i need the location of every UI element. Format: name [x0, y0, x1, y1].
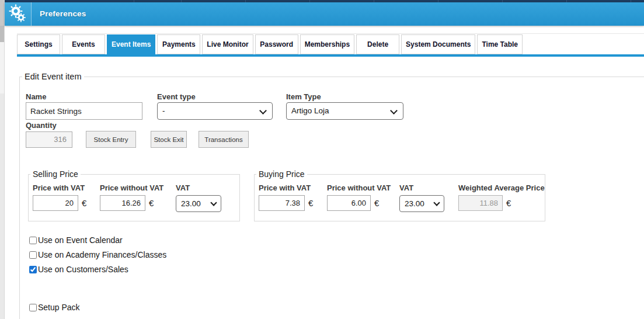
- use-on-academy-finances-checkbox[interactable]: [29, 251, 37, 259]
- tab-events[interactable]: Events: [62, 34, 105, 54]
- selling-vat-select[interactable]: 23.00: [176, 195, 221, 212]
- tab-time-table[interactable]: Time Table: [477, 34, 523, 54]
- tab-system-documents[interactable]: System Documents: [401, 34, 475, 54]
- chevron-down-icon: [433, 199, 440, 206]
- buying-vat-label: VAT: [399, 183, 458, 192]
- edit-event-item-section: Edit Event item Name Event type - Item T…: [19, 72, 644, 319]
- window-edge-strip: [0, 0, 5, 319]
- tab-live-monitor[interactable]: Live Monitor: [202, 34, 253, 54]
- quantity-label: Quantity: [26, 121, 644, 130]
- selling-price-with-vat-input[interactable]: [33, 195, 78, 211]
- use-on-event-calendar-row: Use on Event Calendar: [29, 236, 644, 244]
- euro-symbol: €: [506, 198, 511, 208]
- buying-price-with-vat-input[interactable]: [259, 195, 305, 211]
- usage-options: Use on Event Calendar Use on Academy Fin…: [29, 236, 644, 311]
- edit-event-item-legend: Edit Event item: [22, 72, 84, 81]
- buying-price-without-vat-label: Price without VAT: [327, 183, 399, 192]
- buying-price-without-vat-input[interactable]: [327, 195, 371, 211]
- item-type-label: Item Type: [286, 92, 403, 101]
- active-tab-underline: [17, 54, 644, 57]
- event-type-select[interactable]: -: [157, 102, 273, 120]
- setup-pack-row: Setup Pack: [29, 303, 644, 311]
- selling-price-with-vat-label: Price with VAT: [33, 183, 100, 192]
- buying-vat-select[interactable]: 23.00: [399, 195, 444, 212]
- tab-payments[interactable]: Payments: [157, 34, 200, 54]
- item-type-select[interactable]: Artigo Loja: [286, 102, 403, 120]
- stock-entry-button[interactable]: Stock Entry: [86, 131, 136, 148]
- tab-memberships[interactable]: Memberships: [300, 34, 354, 54]
- tab-event-items[interactable]: Event Items: [107, 34, 155, 54]
- page-title: Preferences: [40, 2, 86, 26]
- tab-bar: Settings Events Event Items Payments Liv…: [17, 34, 523, 54]
- selling-price-legend: Selling Price: [30, 169, 81, 179]
- selling-price-without-vat-label: Price without VAT: [100, 183, 176, 192]
- tab-settings[interactable]: Settings: [17, 34, 60, 54]
- use-on-event-calendar-checkbox[interactable]: [29, 237, 37, 244]
- euro-symbol: €: [374, 198, 379, 208]
- use-on-academy-finances-row: Use on Academy Finances/Classes: [29, 251, 644, 259]
- tab-password[interactable]: Password: [255, 34, 298, 54]
- gears-icon: [5, 2, 32, 26]
- use-on-customers-sales-checkbox[interactable]: [29, 266, 37, 273]
- buying-price-legend: Buying Price: [256, 169, 307, 179]
- tab-delete[interactable]: Delete: [356, 34, 399, 54]
- name-input[interactable]: [26, 102, 142, 120]
- euro-symbol: €: [82, 198, 86, 208]
- selling-vat-label: VAT: [176, 183, 221, 192]
- stock-exit-button[interactable]: Stock Exit: [151, 131, 187, 148]
- name-label: Name: [26, 92, 142, 101]
- euro-symbol: €: [308, 198, 313, 208]
- weighted-average-price-input: [458, 195, 503, 211]
- selling-price-without-vat-input[interactable]: [100, 195, 145, 211]
- transactions-button[interactable]: Transactions: [199, 131, 249, 148]
- gear-menu-button[interactable]: [5, 2, 32, 26]
- setup-pack-checkbox[interactable]: [29, 304, 37, 311]
- euro-symbol: €: [149, 198, 154, 208]
- buying-price-with-vat-label: Price with VAT: [259, 183, 327, 192]
- use-on-customers-sales-row: Use on Customers/Sales: [29, 265, 644, 273]
- weighted-average-price-label: Weighted Average Price: [458, 183, 545, 192]
- chevron-down-icon: [210, 199, 217, 206]
- app-header: Preferences: [5, 2, 644, 26]
- tabstrip-top-border: [17, 33, 644, 34]
- selling-price-section: Selling Price Price with VAT € Price wit…: [28, 169, 240, 221]
- event-type-label: Event type: [157, 92, 273, 101]
- quantity-input[interactable]: [26, 131, 72, 148]
- buying-price-section: Buying Price Price with VAT € Price with…: [254, 169, 545, 221]
- chevron-down-icon: [259, 107, 267, 115]
- chevron-down-icon: [390, 107, 398, 115]
